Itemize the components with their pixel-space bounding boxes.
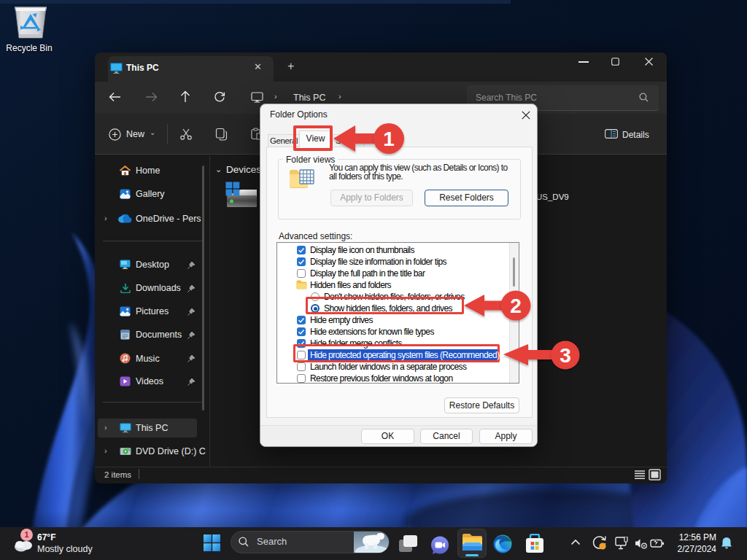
- svg-text:3: 3: [560, 344, 571, 367]
- svg-text:2: 2: [510, 295, 522, 317]
- svg-text:1: 1: [383, 128, 395, 150]
